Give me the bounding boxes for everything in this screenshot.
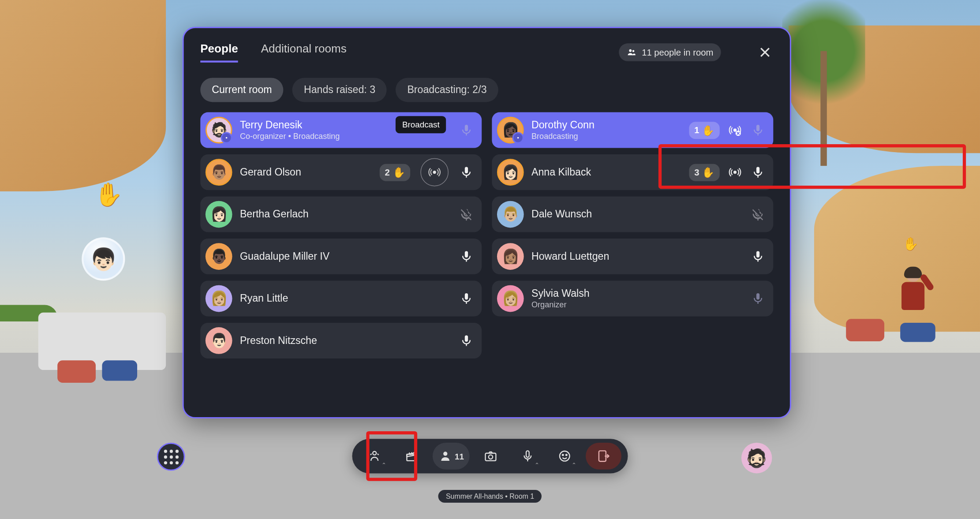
participant-info: Dorothy ConnBroadcasting [531,119,681,141]
participant-info: Preston Nitzsche [240,335,451,346]
participant-name: Dale Wunsch [531,209,743,220]
menubar-avatar-button[interactable]: ⌃ [359,443,390,470]
menubar-camera-button[interactable] [475,443,506,470]
raised-hand-icon: ✋ [903,236,919,251]
people-panel: People Additional rooms 11 people in roo… [183,27,791,418]
mic-muted-icon[interactable] [459,207,474,222]
avatar: 👩🏼 [497,285,524,312]
chevron-up-icon: ⌃ [535,462,540,468]
participant-subtitle: Organizer [531,300,743,309]
avatar: 👩🏼 [206,285,232,312]
participant-actions [459,123,474,138]
participant-info: Ryan Little [240,293,451,304]
participant-actions [459,207,474,222]
mic-icon[interactable] [459,291,474,306]
hand-order-number: 2 [385,167,390,177]
filter-row: Current room Hands raised: 3 Broadcastin… [200,78,773,102]
participant-name: Dorothy Conn [531,119,681,131]
participant-row[interactable]: 👩🏼Sylvia WalshOrganizer [492,281,773,317]
participant-name: Guadalupe Miller IV [240,251,451,262]
raised-hand-icon: ✋ [94,181,123,208]
mic-muted-icon[interactable] [750,207,766,222]
svg-rect-8 [526,451,529,457]
filter-broadcasting[interactable]: Broadcasting: 2/3 [396,78,498,102]
svg-point-5 [443,452,447,456]
participant-row[interactable]: 👩🏿Dorothy ConnBroadcasting1✋ [492,112,773,148]
participant-row[interactable]: 👩🏻Bertha Gerlach [200,197,482,232]
mic-icon[interactable] [750,291,766,306]
participant-row[interactable]: 👨🏻Preston Nitzsche [200,323,482,358]
menubar-mic-button[interactable]: ⌃ [512,443,543,470]
svg-point-3 [373,452,376,455]
participant-name: Anna Kilback [531,167,681,178]
broadcast-badge-icon [512,132,524,143]
tab-people[interactable]: People [200,42,238,62]
avatar: 👩🏽 [497,243,524,270]
hand-raised-badge: 3✋ [689,164,720,181]
participant-name: Sylvia Walsh [531,288,743,299]
mic-icon[interactable] [459,333,474,348]
mic-icon[interactable] [459,123,474,138]
room-count-text: 11 people in room [642,47,713,57]
hand-order-number: 3 [694,167,699,177]
avatar: 👩🏻 [497,159,524,186]
participant-row[interactable]: 👩🏽Howard Luettgen [492,239,773,274]
participant-actions: 1✋ [689,122,766,139]
grid-icon [164,449,178,464]
chevron-up-icon: ⌃ [382,462,387,468]
avatar: 👩🏿 [497,117,524,144]
participant-row[interactable]: 👨🏿Guadalupe Miller IV [200,239,482,274]
participant-info: Sylvia WalshOrganizer [531,288,743,309]
participant-info: Guadalupe Miller IV [240,251,451,262]
menubar-leave-button[interactable] [586,443,621,470]
close-button[interactable] [757,44,774,61]
mic-icon[interactable] [750,164,766,180]
mic-icon[interactable] [750,123,766,138]
filter-current-room[interactable]: Current room [200,78,283,102]
menubar-people-count: 11 [455,451,464,461]
broadcast-badge-icon [221,132,232,143]
avatar: 👨🏽 [206,159,232,186]
tab-additional-rooms[interactable]: Additional rooms [261,42,347,62]
participant-row[interactable]: 👩🏻Anna Kilback3✋ [492,154,773,190]
participant-actions [750,291,766,306]
menubar-people-button[interactable]: 11 [433,443,470,470]
world-avatar-bubble[interactable]: 👦🏻 [82,237,125,280]
participant-row[interactable]: 👩🏼Ryan Little [200,281,482,317]
avatar: 👨🏼 [497,201,524,228]
mic-icon[interactable] [459,249,474,264]
room-label: Summer All-hands • Room 1 [438,490,542,503]
svg-point-11 [566,454,567,456]
participant-row[interactable]: 👨🏽Gerard Olson2✋ [200,154,482,190]
filter-hands-raised[interactable]: Hands raised: 3 [292,78,387,102]
chevron-up-icon: ⌃ [572,462,577,468]
self-avatar[interactable]: 🧔🏻 [741,443,772,473]
close-icon [758,45,772,60]
participant-info: Dale Wunsch [531,209,743,220]
room-count-badge[interactable]: 11 people in room [619,43,721,61]
mic-icon[interactable] [750,249,766,264]
participant-info: Bertha Gerlach [240,209,451,220]
participant-row[interactable]: 🧔🏻Terry DenesikCo-organizer • Broadcasti… [200,112,482,148]
mic-icon [520,449,535,463]
participant-subtitle: Co-organizer • Broadcasting [240,132,451,141]
svg-point-0 [629,49,632,52]
people-icon [626,47,636,57]
participant-row[interactable]: 👨🏼Dale Wunsch [492,197,773,232]
apps-grid-button[interactable] [157,443,185,471]
participant-actions [459,249,474,264]
broadcast-icon[interactable] [420,158,449,187]
stop-broadcast-icon[interactable] [727,123,743,138]
mic-icon[interactable] [459,164,474,180]
avatar: 👨🏻 [206,327,232,354]
emoji-icon [557,449,572,463]
participant-info: Gerard Olson [240,167,372,178]
participant-name: Preston Nitzsche [240,335,451,346]
broadcast-icon[interactable] [727,164,743,180]
menubar-clapper-button[interactable] [396,443,427,470]
participant-name: Bertha Gerlach [240,209,451,220]
participant-name: Ryan Little [240,293,451,304]
broadcast-tooltip: Broadcast [396,116,446,133]
menubar-emoji-button[interactable]: ⌃ [549,443,580,470]
panel-tabs: People Additional rooms [200,42,346,62]
